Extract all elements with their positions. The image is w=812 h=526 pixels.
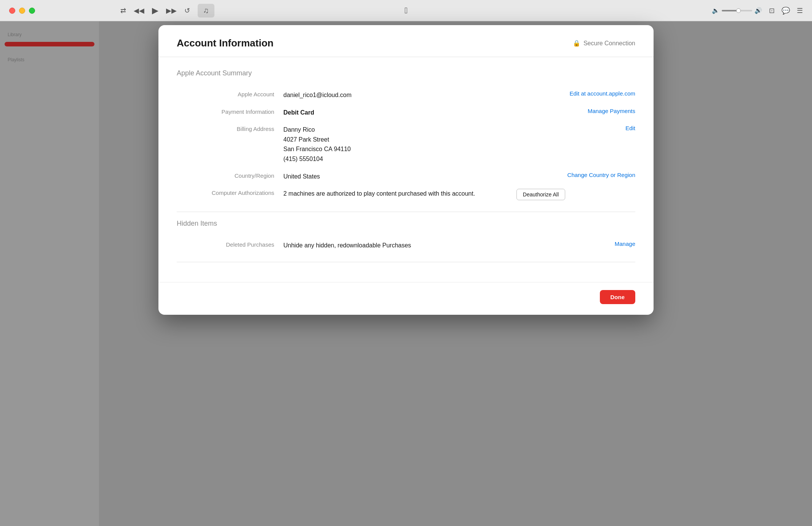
country-region-value: United States [283, 172, 551, 182]
section-divider [177, 212, 635, 212]
back-icon[interactable]: ◀◀ [134, 6, 144, 15]
country-region-action: Change Country or Region [551, 172, 635, 179]
computer-auth-value: 2 machines are authorized to play conten… [283, 189, 481, 199]
maximize-button[interactable] [29, 8, 35, 14]
payment-info-label: Payment Information [177, 108, 283, 115]
apple-account-action: Edit at account.apple.com [551, 90, 635, 97]
hidden-items-section-title: Hidden Items [177, 220, 635, 228]
manage-hidden-link[interactable]: Manage [615, 241, 635, 247]
play-icon[interactable]: ▶ [152, 6, 158, 16]
edit-account-link[interactable]: Edit at account.apple.com [569, 90, 635, 97]
music-note-icon: ♫ [203, 6, 209, 15]
modal-body: Apple Account Summary Apple Account dani… [158, 57, 654, 282]
section-divider-2 [177, 262, 635, 262]
country-region-label: Country/Region [177, 172, 283, 179]
toolbar-controls: ⇄ ◀◀ ▶ ▶▶ ↺ ♫ [120, 4, 214, 18]
change-country-link[interactable]: Change Country or Region [567, 172, 635, 178]
secure-connection: 🔒 Secure Connection [573, 40, 635, 47]
minimize-button[interactable] [19, 8, 25, 14]
volume-knob [736, 8, 741, 13]
modal-footer: Done [158, 282, 654, 315]
hidden-items-section: Hidden Items Deleted Purchases Unhide an… [177, 220, 635, 254]
billing-address-action: Edit [551, 125, 635, 132]
modal-header: Account Information 🔒 Secure Connection [158, 25, 654, 57]
volume-low-icon: 🔈 [712, 7, 719, 14]
billing-address-row: Billing Address Danny Rico4027 Park Stre… [177, 121, 635, 167]
menu-icon[interactable]: ☰ [797, 6, 803, 15]
deleted-purchases-action: Manage [551, 241, 635, 247]
traffic-lights [9, 8, 35, 14]
computer-auth-action: Deauthorize All [481, 189, 565, 200]
country-region-row: Country/Region United States Change Coun… [177, 168, 635, 185]
forward-icon[interactable]: ▶▶ [166, 6, 177, 15]
edit-address-link[interactable]: Edit [625, 125, 635, 131]
apple-account-row: Apple Account daniel_rico1@icloud.com Ed… [177, 86, 635, 104]
airplay-icon[interactable]: ⊡ [769, 6, 775, 15]
done-button[interactable]: Done [600, 290, 636, 304]
payment-info-action: Manage Payments [551, 108, 635, 115]
right-controls: 🔈 🔊 ⊡ 💬 ☰ [712, 6, 803, 15]
deleted-purchases-label: Deleted Purchases [177, 241, 283, 248]
billing-address-label: Billing Address [177, 125, 283, 132]
manage-payments-link[interactable]: Manage Payments [588, 108, 635, 114]
computer-auth-label: Computer Authorizations [177, 189, 283, 196]
payment-info-value: Debit Card [283, 108, 551, 118]
apple-account-label: Apple Account [177, 90, 283, 97]
titlebar: ⇄ ◀◀ ▶ ▶▶ ↺ ♫  🔈 🔊 ⊡ 💬 ☰ [0, 0, 812, 21]
apple-account-section: Apple Account Summary Apple Account dani… [177, 69, 635, 204]
modal-title: Account Information [177, 37, 273, 49]
apple-logo:  [404, 6, 408, 16]
apple-account-section-title: Apple Account Summary [177, 69, 635, 77]
deauthorize-all-button[interactable]: Deauthorize All [516, 189, 565, 200]
speech-bubble-icon[interactable]: 💬 [782, 6, 790, 15]
deleted-purchases-row: Deleted Purchases Unhide any hidden, red… [177, 237, 635, 254]
music-note-button[interactable]: ♫ [198, 4, 214, 18]
account-info-modal: Account Information 🔒 Secure Connection … [158, 25, 654, 315]
repeat-icon[interactable]: ↺ [184, 6, 190, 15]
billing-address-value: Danny Rico4027 Park StreetSan Francisco … [283, 125, 551, 164]
modal-overlay: Account Information 🔒 Secure Connection … [0, 21, 812, 526]
volume-high-icon: 🔊 [754, 7, 762, 14]
volume-control[interactable]: 🔈 🔊 [712, 7, 762, 14]
volume-slider[interactable] [722, 10, 752, 11]
lock-icon: 🔒 [573, 40, 580, 47]
payment-info-row: Payment Information Debit Card Manage Pa… [177, 104, 635, 121]
secure-connection-label: Secure Connection [583, 40, 635, 47]
apple-account-value: daniel_rico1@icloud.com [283, 90, 551, 100]
shuffle-icon[interactable]: ⇄ [120, 6, 126, 15]
computer-auth-row: Computer Authorizations 2 machines are a… [177, 185, 635, 204]
deleted-purchases-value: Unhide any hidden, redownloadable Purcha… [283, 241, 551, 250]
close-button[interactable] [9, 8, 15, 14]
